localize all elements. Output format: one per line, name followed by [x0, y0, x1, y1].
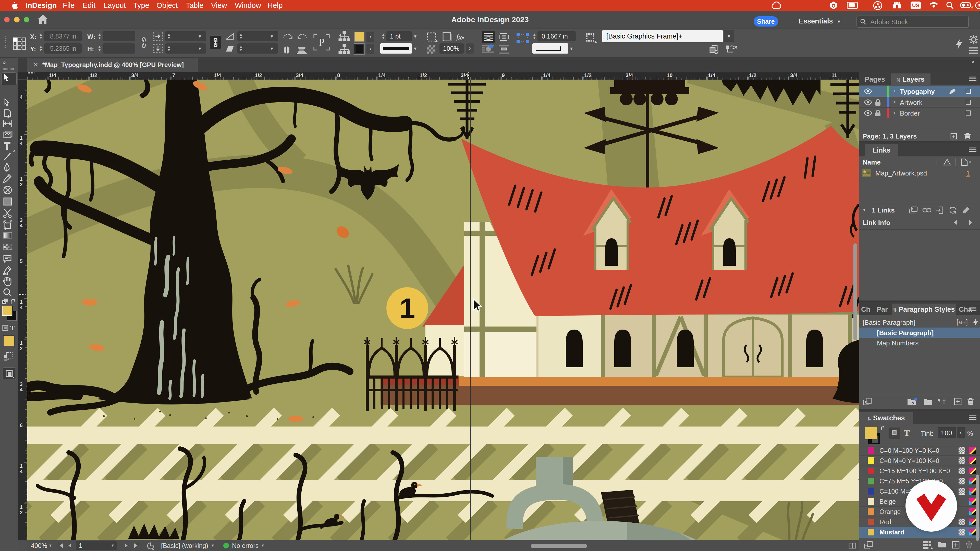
svg-text:P: P	[318, 37, 325, 48]
svg-text:1: 1	[399, 292, 415, 324]
